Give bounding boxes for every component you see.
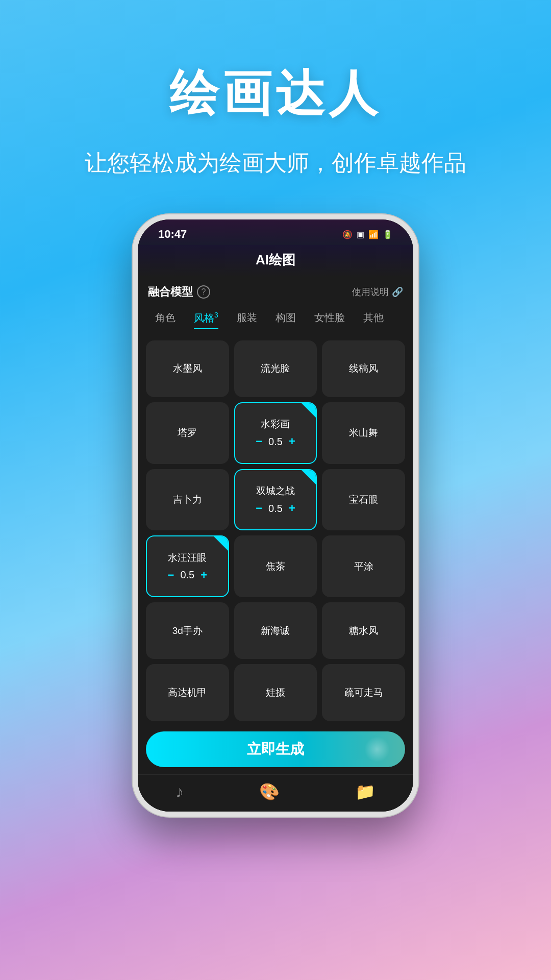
bottom-nav: ♪ 🎨 📁 [138,774,413,812]
style-item-washe[interactable]: 娃摄 [234,664,317,721]
tab-role[interactable]: 角色 [146,307,185,329]
status-bar: 10:47 🔕 ▣ 📶 🔋 [138,219,413,245]
shuangcheng-plus[interactable]: + [289,502,295,515]
shuangcheng-counter: − 0.5 + [256,502,295,515]
main-title: 绘画达人 [31,61,520,128]
help-icon[interactable]: ? [197,285,210,299]
tab-composition[interactable]: 构图 [266,307,305,329]
sub-title: 让您轻松成为绘画大师，创作卓越作品 [31,148,520,178]
music-icon: ♪ [176,782,184,801]
phone-frame: 10:47 🔕 ▣ 📶 🔋 AI绘图 融合模型 ? [133,214,418,817]
style-item-shuimo[interactable]: 水墨风 [146,340,229,398]
battery-icon: 🔋 [383,230,393,239]
style-item-shuiwang[interactable]: 水汪汪眼 − 0.5 + [146,535,229,597]
tab-other[interactable]: 其他 [354,307,393,329]
link-icon: 🔗 [392,286,403,298]
style-item-mishanwu[interactable]: 米山舞 [322,402,405,464]
category-tabs: 角色 风格3 服装 构图 女性脸 其他 [138,307,413,335]
style-item-shuangcheng[interactable]: 双城之战 − 0.5 + [234,469,317,531]
style-item-liuguang[interactable]: 流光脸 [234,340,317,398]
mute-icon: 🔕 [342,230,353,239]
shuiwang-counter: − 0.5 + [167,569,207,582]
shuicai-minus[interactable]: − [256,435,262,448]
nav-music[interactable]: ♪ [165,780,194,803]
model-label: 融合模型 [148,284,193,300]
screen: 10:47 🔕 ▣ 📶 🔋 AI绘图 融合模型 ? [138,219,413,812]
model-row: 融合模型 ? 使用说明 🔗 [138,277,413,307]
style-item-jiacha[interactable]: 焦茶 [234,535,317,597]
usage-link[interactable]: 使用说明 🔗 [352,286,403,298]
signal-icon: ▣ [357,230,364,239]
style-item-jiboli[interactable]: 吉卜力 [146,469,229,531]
nav-folder[interactable]: 📁 [345,780,386,803]
style-item-gaoda[interactable]: 高达机甲 [146,664,229,721]
shuangcheng-minus[interactable]: − [256,502,262,515]
tab-clothes[interactable]: 服装 [228,307,266,329]
nav-paint[interactable]: 🎨 [249,780,290,803]
shuicai-plus[interactable]: + [289,435,295,448]
bottom-bar: 立即生成 [138,726,413,774]
app-title: AI绘图 [256,252,295,267]
nav-header: AI绘图 [138,245,413,277]
style-item-xinhaicheng[interactable]: 新海诚 [234,602,317,659]
model-left: 融合模型 ? [148,284,210,300]
shuiwang-plus[interactable]: + [201,569,207,582]
generate-button[interactable]: 立即生成 [146,731,405,767]
wifi-icon: 📶 [368,230,379,239]
style-item-taluo[interactable]: 塔罗 [146,402,229,464]
app-content: 融合模型 ? 使用说明 🔗 角色 风格3 服装 构图 女性脸 其他 [138,277,413,812]
shuangcheng-value: 0.5 [268,503,283,514]
style-item-3d[interactable]: 3d手办 [146,602,229,659]
tab-face[interactable]: 女性脸 [305,307,354,329]
style-item-shuke[interactable]: 疏可走马 [322,664,405,721]
shuicai-counter: − 0.5 + [256,435,295,448]
shuiwang-value: 0.5 [180,569,194,581]
style-grid: 水墨风 流光脸 线稿风 塔罗 水彩画 − [138,335,413,726]
style-item-xianxian[interactable]: 线稿风 [322,340,405,398]
shuicai-value: 0.5 [268,436,283,448]
style-item-baoshi[interactable]: 宝石眼 [322,469,405,531]
style-item-shuicai[interactable]: 水彩画 − 0.5 + [234,402,317,464]
folder-icon: 📁 [355,782,375,801]
paint-icon: 🎨 [259,782,280,801]
tab-style[interactable]: 风格3 [185,307,228,329]
style-item-pingtu[interactable]: 平涂 [322,535,405,597]
shuiwang-minus[interactable]: − [167,569,174,582]
status-icons: 🔕 ▣ 📶 🔋 [342,230,393,239]
status-time: 10:47 [158,228,187,241]
style-item-tangshui[interactable]: 糖水风 [322,602,405,659]
